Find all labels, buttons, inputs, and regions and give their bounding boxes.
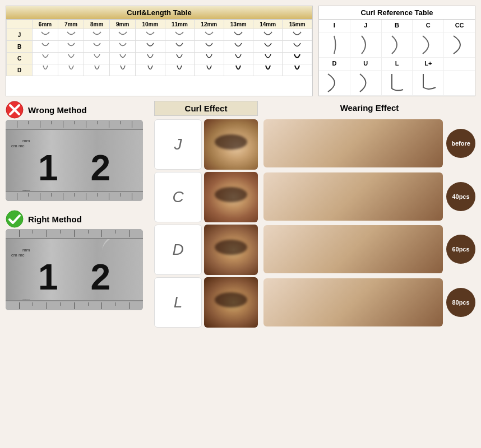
col-9mm: 9mm — [110, 20, 136, 29]
wearing-badge-80pcs: 80pcs — [446, 288, 475, 317]
ref-shape-c — [413, 32, 444, 57]
curl-effect-cards: J C D L — [154, 119, 258, 328]
curl-eye-l — [204, 277, 258, 328]
ref-shape-lplus — [413, 71, 444, 95]
wrong-icon — [6, 101, 24, 119]
col-10mm: 10mm — [136, 20, 165, 29]
curl-table: 6mm 7mm 8mm 9mm 10mm 11mm 12mm 13mm 14mm… — [6, 20, 312, 76]
ref-cell-cc: CC — [444, 20, 475, 32]
ref-shape-l — [382, 71, 413, 95]
right-icon — [6, 210, 24, 228]
method-column: Wrong Method — [6, 101, 149, 328]
ref-cell-empty — [444, 58, 475, 70]
ref-cell-i: I — [319, 20, 350, 32]
curl-eye-c — [204, 172, 258, 222]
curl-length-title: Curl&Length Table — [6, 6, 312, 20]
right-method-label: Right Method — [6, 210, 149, 228]
curl-eye-j — [204, 119, 258, 170]
col-13mm: 13mm — [224, 20, 253, 29]
ref-shape-d — [319, 71, 350, 95]
wrong-method-label: Wrong Method — [6, 101, 149, 119]
wearing-row-80pcs: 80pcs — [263, 277, 475, 328]
col-7mm: 7mm — [58, 20, 84, 29]
wearing-row-40pcs: 40pcs — [263, 171, 475, 222]
wrong-method-image: mm cm mc 1 2 mm — [6, 120, 143, 201]
ref-bottom-shapes — [319, 71, 475, 96]
curl-letter-j: J — [154, 119, 202, 170]
ref-shape-j — [350, 32, 382, 57]
curl-card-row-l: L — [154, 277, 258, 328]
curl-card-row-j: J — [154, 119, 258, 170]
right-method-section: Right Method — [6, 210, 149, 310]
curl-letter-c: C — [154, 172, 202, 222]
curl-eye-d — [204, 225, 258, 275]
ref-top-labels: I J B C CC — [319, 20, 475, 32]
col-15mm: 15mm — [283, 20, 312, 29]
ref-cell-u: U — [350, 58, 382, 70]
ref-bottom-labels: D U L L+ — [319, 58, 475, 71]
curl-length-table: Curl&Length Table 6mm 7mm 8mm 9mm 10mm 1… — [6, 6, 313, 96]
ref-cell-lplus: L+ — [413, 58, 444, 70]
ref-shape-i — [319, 32, 350, 57]
wearing-effect-column: Wearing Effect before 40pcs — [263, 101, 475, 328]
col-14mm: 14mm — [253, 20, 282, 29]
ref-top-shapes — [319, 32, 475, 58]
wearing-image-before — [263, 119, 443, 167]
wearing-row-before: before — [263, 118, 475, 169]
wearing-image-80pcs — [263, 278, 443, 326]
col-12mm: 12mm — [195, 20, 224, 29]
col-8mm: 8mm — [84, 20, 110, 29]
curl-reference-title: Curl Reference Table — [319, 6, 475, 20]
wearing-image-40pcs — [263, 172, 443, 221]
curl-effect-column: Curl Effect J C D L — [154, 101, 258, 328]
empty-header — [7, 20, 33, 29]
curl-effect-title: Curl Effect — [154, 101, 258, 116]
ref-shape-b — [382, 32, 413, 57]
wearing-row-60pcs: 60pcs — [263, 224, 475, 275]
col-6mm: 6mm — [33, 20, 58, 29]
wearing-image-60pcs — [263, 225, 443, 273]
ref-cell-l: L — [382, 58, 413, 70]
curl-card-row-d: D — [154, 225, 258, 275]
curl-letter-d: D — [154, 225, 202, 275]
curl-letter-l: L — [154, 277, 202, 328]
ref-cell-b: B — [382, 20, 413, 32]
curl-reference-table: Curl Reference Table I J B C CC — [318, 6, 475, 96]
ref-shape-empty2 — [444, 71, 475, 95]
right-method-image: mm cm mc 1 2 mm — [6, 229, 143, 310]
ref-shape-cc — [444, 32, 475, 57]
table-row: D — [7, 64, 312, 76]
table-row: C — [7, 53, 312, 64]
wearing-badge-40pcs: 40pcs — [446, 182, 475, 211]
col-11mm: 11mm — [165, 20, 194, 29]
ref-cell-d: D — [319, 58, 350, 70]
wearing-badge-before: before — [446, 129, 475, 158]
wrong-method-section: Wrong Method — [6, 101, 149, 201]
table-row: J — [7, 29, 312, 41]
ref-cell-j: J — [350, 20, 382, 32]
wearing-badge-60pcs: 60pcs — [446, 235, 475, 264]
curl-card-row-c: C — [154, 172, 258, 222]
ref-shape-u — [350, 71, 382, 95]
wearing-effect-title: Wearing Effect — [263, 101, 475, 115]
ref-cell-c: C — [413, 20, 444, 32]
wearing-effect-cards: before 40pcs 60pcs — [263, 118, 475, 328]
table-row: B — [7, 41, 312, 53]
